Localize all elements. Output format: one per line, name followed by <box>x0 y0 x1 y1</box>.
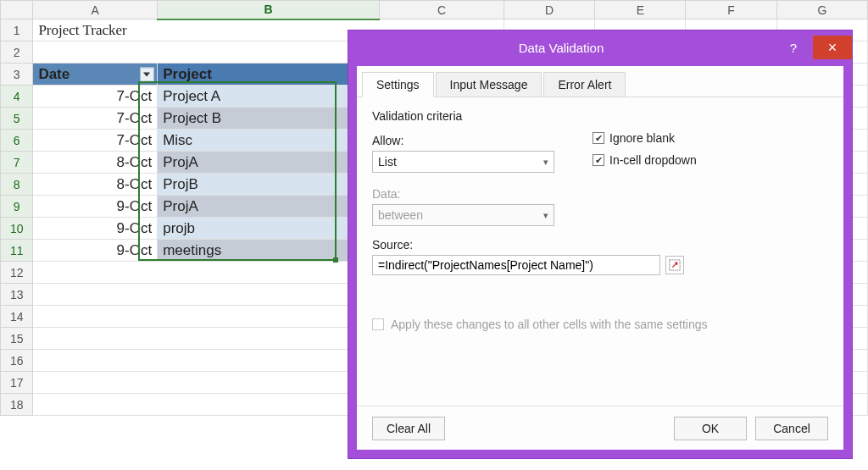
cell-date[interactable]: 7-Oct <box>33 130 158 152</box>
col-header-G[interactable]: G <box>776 1 867 19</box>
table-header-project[interactable]: Project <box>158 64 380 86</box>
row-header-15[interactable]: 15 <box>1 328 33 350</box>
row-header-9[interactable]: 9 <box>1 196 33 218</box>
table-header-date[interactable]: Date <box>33 64 158 86</box>
help-button[interactable]: ? <box>774 36 813 58</box>
ignore-blank-label: Ignore blank <box>609 131 675 145</box>
chevron-down-icon: ▾ <box>543 157 548 168</box>
checkbox-icon: ✔ <box>593 132 604 144</box>
dialog-button-bar: Clear All OK Cancel <box>357 406 843 450</box>
criteria-heading: Validation criteria <box>372 109 828 123</box>
col-header-F[interactable]: F <box>686 1 776 19</box>
ok-button[interactable]: OK <box>674 417 747 440</box>
clear-all-button[interactable]: Clear All <box>372 417 445 440</box>
col-header-B[interactable]: B <box>158 1 380 19</box>
cell-project[interactable]: meetings <box>158 240 380 262</box>
allow-value: List <box>378 155 397 169</box>
incell-dropdown-checkbox[interactable]: ✔ In-cell dropdown <box>593 153 697 167</box>
row-header-17[interactable]: 17 <box>1 372 33 394</box>
tab-input-message[interactable]: Input Message <box>436 72 542 97</box>
incell-label: In-cell dropdown <box>609 153 697 167</box>
row-header-11[interactable]: 11 <box>1 240 33 262</box>
row-header-18[interactable]: 18 <box>1 394 33 416</box>
cell-project[interactable]: ProjA <box>158 152 380 174</box>
filter-dropdown-icon[interactable] <box>140 67 154 81</box>
row-header-12[interactable]: 12 <box>1 262 33 284</box>
ignore-blank-checkbox[interactable]: ✔ Ignore blank <box>593 131 697 145</box>
cell-date[interactable]: 9-Oct <box>33 240 158 262</box>
apply-label: Apply these changes to all other cells w… <box>391 318 708 331</box>
row-header-14[interactable]: 14 <box>1 306 33 328</box>
table-header-label: Date <box>38 66 70 82</box>
source-label: Source: <box>372 238 828 252</box>
data-value: between <box>378 208 423 222</box>
apply-same-settings-checkbox: Apply these changes to all other cells w… <box>372 318 828 331</box>
row-header-10[interactable]: 10 <box>1 218 33 240</box>
cell-date[interactable]: 9-Oct <box>33 218 158 240</box>
allow-dropdown[interactable]: List ▾ <box>372 151 554 173</box>
checkbox-icon: ✔ <box>593 154 604 166</box>
source-input[interactable] <box>372 255 660 275</box>
checkbox-icon <box>372 318 384 330</box>
cell-project[interactable]: ProjA <box>158 196 380 218</box>
data-label: Data: <box>372 187 593 201</box>
data-dropdown: between ▾ <box>372 204 554 226</box>
range-picker-icon <box>669 259 681 271</box>
cell-date[interactable]: 9-Oct <box>33 196 158 218</box>
tab-strip: Settings Input Message Error Alert <box>357 66 843 97</box>
row-header-16[interactable]: 16 <box>1 350 33 372</box>
settings-pane: Validation criteria Allow: List ▾ ✔ Igno… <box>357 97 843 338</box>
row-header-3[interactable]: 3 <box>1 64 33 86</box>
select-all-corner[interactable] <box>1 1 33 19</box>
row-header-2[interactable]: 2 <box>1 41 33 64</box>
col-header-D[interactable]: D <box>504 1 594 19</box>
close-button[interactable]: × <box>813 36 852 59</box>
range-picker-button[interactable] <box>665 256 684 274</box>
cell-project[interactable]: Misc <box>158 130 380 152</box>
row-header-7[interactable]: 7 <box>1 152 33 174</box>
cancel-button[interactable]: Cancel <box>755 417 828 440</box>
row-header-5[interactable]: 5 <box>1 108 33 130</box>
cell-project[interactable]: Project B <box>158 108 380 130</box>
cell-date[interactable]: 7-Oct <box>33 108 158 130</box>
chevron-down-icon: ▾ <box>543 210 548 221</box>
row-header-4[interactable]: 4 <box>1 86 33 108</box>
row-header-6[interactable]: 6 <box>1 130 33 152</box>
col-header-C[interactable]: C <box>380 1 504 19</box>
cell-project[interactable]: projb <box>158 218 380 240</box>
allow-label: Allow: <box>372 134 593 147</box>
cell-date[interactable]: 8-Oct <box>33 174 158 196</box>
cell-project[interactable]: Project A <box>158 86 380 108</box>
col-header-E[interactable]: E <box>595 1 686 19</box>
cell-date[interactable]: 8-Oct <box>33 152 158 174</box>
row-header-1[interactable]: 1 <box>1 19 33 41</box>
dialog-title: Data Validation <box>348 41 774 55</box>
row-header-13[interactable]: 13 <box>1 284 33 306</box>
row-header-8[interactable]: 8 <box>1 174 33 196</box>
tab-error-alert[interactable]: Error Alert <box>543 72 626 97</box>
dialog-titlebar[interactable]: Data Validation ? × <box>348 30 852 64</box>
tab-settings[interactable]: Settings <box>362 72 434 97</box>
dialog-body: Settings Input Message Error Alert Valid… <box>357 66 843 450</box>
data-validation-dialog: Data Validation ? × Settings Input Messa… <box>348 30 853 459</box>
col-header-A[interactable]: A <box>33 1 158 19</box>
table-header-label: Project <box>163 66 212 82</box>
cell-project[interactable]: ProjB <box>158 174 380 196</box>
cell-date[interactable]: 7-Oct <box>33 86 158 108</box>
